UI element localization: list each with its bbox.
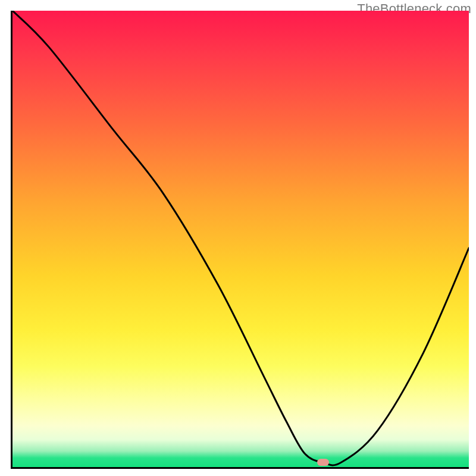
bottleneck-curve xyxy=(12,11,469,467)
plot-area xyxy=(11,11,469,469)
optimal-point-marker xyxy=(317,459,329,466)
chart-frame: TheBottleneck.com xyxy=(0,0,476,476)
